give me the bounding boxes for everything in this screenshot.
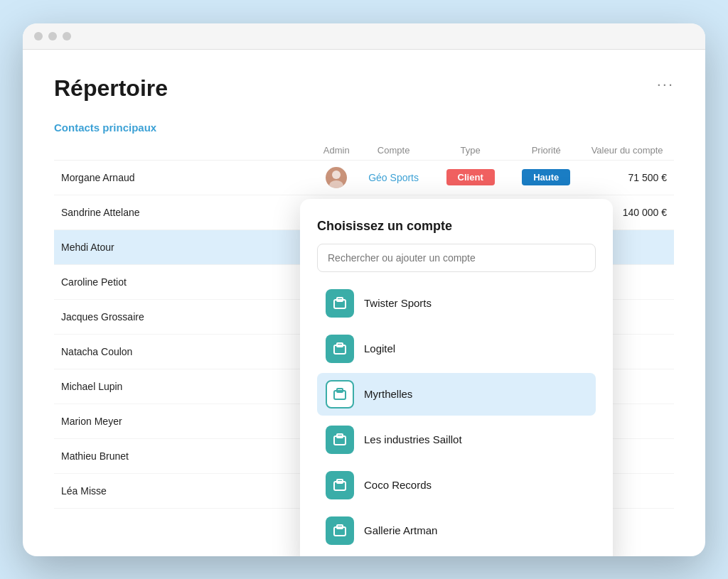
contact-name-cell: Caroline Petiot	[54, 264, 314, 299]
page-header: Répertoire ···	[54, 75, 674, 102]
svg-point-1	[329, 180, 343, 188]
contact-name-cell: Natacha Coulon	[54, 334, 314, 369]
col-priorite: Priorité	[512, 141, 580, 161]
col-name	[54, 141, 314, 161]
account-icon	[326, 426, 354, 454]
contact-name: Marion Meyer	[61, 416, 122, 427]
col-type: Type	[429, 141, 512, 161]
type-cell: Client	[429, 160, 512, 195]
contact-name: Natacha Coulon	[61, 346, 132, 357]
account-item[interactable]: Logitel	[317, 328, 596, 370]
contact-name: Léa Misse	[61, 485, 107, 497]
dropdown-title: Choisissez un compte	[317, 219, 596, 234]
account-item[interactable]: Twister Sports	[317, 282, 596, 325]
value-text: 140 000 €	[623, 207, 667, 218]
browser-dot-green	[63, 32, 71, 40]
account-name: Coco Records	[364, 479, 432, 491]
account-link[interactable]: Géo Sports	[368, 172, 419, 183]
contact-name-cell: Mathieu Brunet	[54, 438, 314, 473]
contact-name-cell: Jacques Grossaire	[54, 299, 314, 334]
account-list: Twister Sports Logitel Myrthelles Les in…	[317, 282, 596, 552]
app-content: Répertoire ··· Contacts principaux Admin…	[23, 50, 705, 537]
priority-cell: Haute	[512, 160, 580, 195]
compte-cell: Géo Sports	[358, 160, 429, 195]
account-icon	[326, 289, 354, 318]
type-badge: Client	[446, 169, 495, 185]
contact-name-cell: Léa Misse	[54, 473, 314, 508]
browser-dot-red	[34, 32, 43, 40]
page-title: Répertoire	[54, 75, 168, 102]
contact-name: Morgane Arnaud	[61, 172, 135, 183]
col-compte: Compte	[358, 141, 429, 161]
contact-name-cell: Sandrine Attelane	[54, 195, 314, 229]
account-dropdown-modal: Choisissez un compte Twister Sports Logi…	[300, 199, 613, 556]
svg-point-0	[332, 171, 341, 179]
more-options-icon[interactable]: ···	[657, 75, 674, 94]
avatar	[326, 167, 347, 188]
contact-name: Michael Lupin	[61, 381, 122, 392]
account-item[interactable]: Myrthelles	[317, 373, 596, 416]
account-item[interactable]: Gallerie Artman	[317, 509, 596, 552]
section-label: Contacts principaux	[54, 121, 674, 134]
value-cell: 71 500 €	[580, 160, 674, 195]
table-header-row: Admin Compte Type Priorité Valeur du com…	[54, 141, 674, 161]
browser-titlebar	[23, 23, 705, 50]
col-valeur: Valeur du compte	[580, 141, 674, 161]
contact-name: Caroline Petiot	[61, 276, 127, 288]
account-icon	[326, 335, 354, 363]
account-name: Gallerie Artman	[364, 524, 437, 536]
admin-cell	[314, 160, 358, 195]
contact-name: Mathieu Brunet	[61, 450, 129, 462]
account-item[interactable]: Les industries Saillot	[317, 418, 596, 461]
value-text: 71 500 €	[628, 172, 668, 183]
browser-dot-yellow	[48, 32, 57, 40]
contact-name: Sandrine Attelane	[61, 207, 140, 218]
contact-name: Mehdi Atour	[61, 242, 114, 253]
table-row[interactable]: Morgane Arnaud Géo SportsClientHaute71 5…	[54, 160, 674, 195]
account-icon	[326, 380, 354, 408]
contact-name-cell: Morgane Arnaud	[54, 160, 314, 195]
account-name: Les industries Saillot	[364, 433, 462, 445]
priority-badge: Haute	[522, 169, 570, 185]
contact-name-cell: Marion Meyer	[54, 404, 314, 438]
account-name: Myrthelles	[364, 388, 412, 400]
account-name: Twister Sports	[364, 297, 432, 309]
col-admin: Admin	[314, 141, 358, 161]
account-search-input[interactable]	[317, 244, 596, 272]
account-item[interactable]: Coco Records	[317, 464, 596, 507]
browser-window: Répertoire ··· Contacts principaux Admin…	[23, 23, 705, 556]
contact-name: Jacques Grossaire	[61, 311, 144, 323]
contact-name-cell: Michael Lupin	[54, 369, 314, 404]
contact-name-cell: Mehdi Atour	[54, 229, 314, 264]
account-icon	[326, 471, 354, 499]
account-name: Logitel	[364, 342, 395, 355]
account-icon	[326, 516, 354, 545]
